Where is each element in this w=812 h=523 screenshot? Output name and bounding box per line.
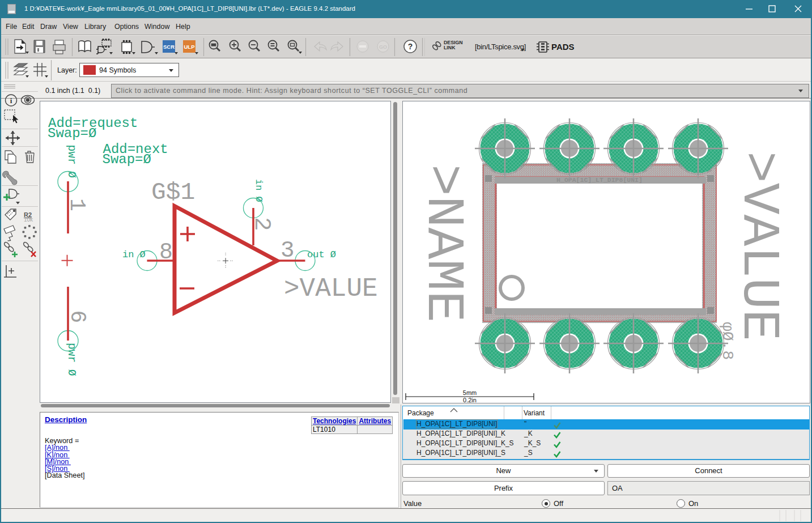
svg-text:5mm: 5mm	[463, 389, 477, 396]
svg-text:Swap=Ø: Swap=Ø	[103, 152, 151, 167]
svg-text:G$1: G$1	[151, 178, 195, 206]
svg-text:out Ø: out Ø	[307, 249, 336, 260]
svg-text:pwr Ø: pwr Ø	[65, 145, 78, 178]
svg-text:2: 2	[249, 217, 275, 231]
svg-text:1: 1	[65, 198, 89, 211]
svg-text:10k: 10k	[24, 216, 33, 223]
svg-text:6: 6	[65, 311, 90, 324]
svg-text:>VALUE: >VALUE	[284, 274, 378, 304]
svg-text:[bin/LTspice.svg]: [bin/LTspice.svg]	[475, 42, 526, 51]
svg-text:i: i	[10, 96, 12, 105]
svg-text:PADS: PADS	[551, 42, 575, 52]
svg-text:Swap=Ø: Swap=Ø	[48, 126, 96, 141]
svg-text:8: 8	[159, 240, 173, 265]
svg-text:?: ?	[408, 42, 413, 51]
svg-text:in Ø: in Ø	[253, 179, 264, 202]
svg-text:0.2in: 0.2in	[463, 397, 477, 403]
svg-text:ULP: ULP	[184, 44, 195, 50]
svg-text:SCR: SCR	[163, 44, 175, 50]
svg-text:>NAME: >NAME	[413, 164, 473, 322]
svg-text:3: 3	[280, 237, 295, 263]
svg-text:>VALUE: >VALUE	[729, 151, 788, 341]
svg-text:GO: GO	[379, 44, 387, 50]
svg-text:in Ø: in Ø	[122, 249, 146, 260]
svg-text:LINK: LINK	[444, 45, 456, 50]
